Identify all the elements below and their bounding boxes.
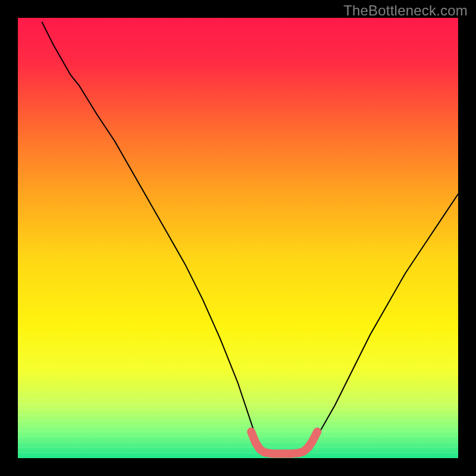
- svg-rect-11: [18, 393, 458, 394]
- chart-svg: [18, 18, 458, 458]
- svg-rect-9: [18, 404, 458, 405]
- svg-rect-10: [18, 399, 458, 399]
- plot-area: [18, 18, 458, 458]
- svg-rect-0: [18, 452, 458, 453]
- svg-rect-2: [18, 441, 458, 442]
- svg-rect-7: [18, 415, 458, 415]
- svg-rect-1: [18, 447, 458, 447]
- watermark-text: TheBottleneck.com: [343, 2, 468, 19]
- chart-root: TheBottleneck.com: [0, 0, 476, 476]
- svg-rect-6: [18, 420, 458, 421]
- svg-rect-5: [18, 425, 458, 426]
- gradient-background: [18, 18, 458, 458]
- svg-rect-3: [18, 436, 458, 437]
- svg-rect-8: [18, 409, 458, 410]
- svg-rect-4: [18, 431, 458, 431]
